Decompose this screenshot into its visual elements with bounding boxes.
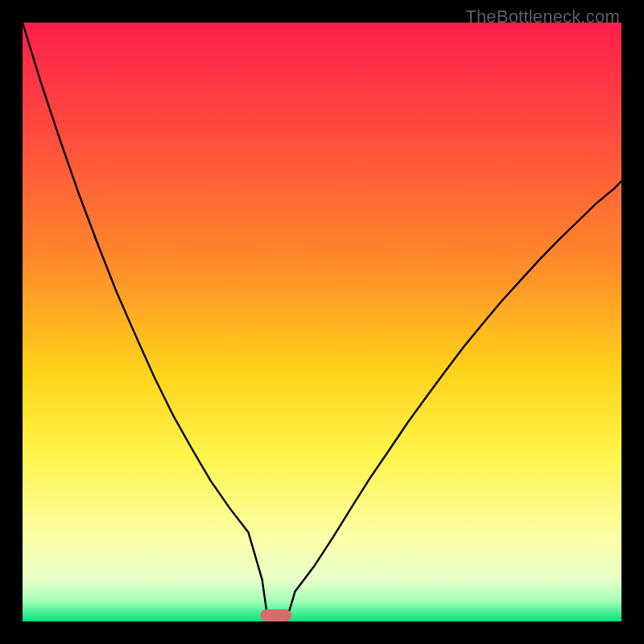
chart-svg (23, 23, 621, 621)
chart-plot-area (23, 23, 621, 621)
optimal-marker (260, 609, 291, 621)
gradient-background (23, 23, 621, 621)
watermark-text: TheBottleneck.com (465, 6, 620, 27)
chart-frame: TheBottleneck.com (0, 0, 644, 644)
